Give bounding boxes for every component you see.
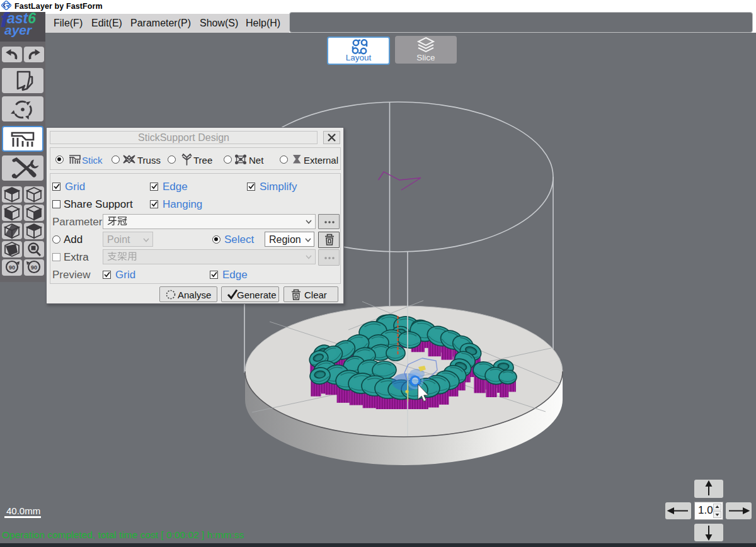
svg-text:90: 90 <box>9 264 15 271</box>
svg-text:90: 90 <box>31 264 37 271</box>
